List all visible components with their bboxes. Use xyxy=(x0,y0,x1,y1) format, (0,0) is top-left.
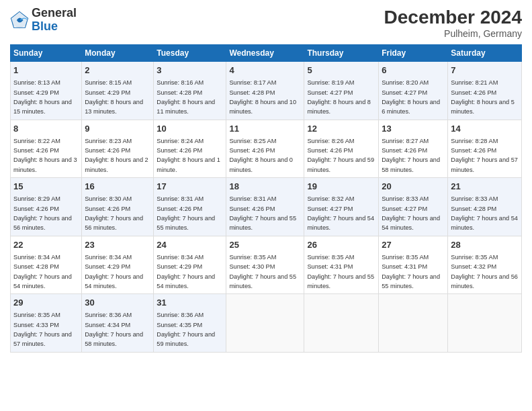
day-info: Sunrise: 8:33 AMSunset: 4:28 PMDaylight:… xyxy=(451,195,518,231)
table-row: 6Sunrise: 8:20 AMSunset: 4:27 PMDaylight… xyxy=(379,62,448,120)
header-tuesday: Tuesday xyxy=(154,45,226,62)
table-row: 11Sunrise: 8:25 AMSunset: 4:26 PMDayligh… xyxy=(226,120,304,178)
day-number: 26 xyxy=(307,239,375,251)
day-number: 7 xyxy=(451,64,519,77)
day-number: 17 xyxy=(157,181,223,193)
day-info: Sunrise: 8:24 AMSunset: 4:26 PMDaylight:… xyxy=(157,138,220,173)
day-info: Sunrise: 8:22 AMSunset: 4:26 PMDaylight:… xyxy=(13,138,77,173)
day-number: 18 xyxy=(229,181,301,193)
title-block: December 2024 Pulheim, Germany xyxy=(384,7,522,39)
day-number: 23 xyxy=(85,239,150,251)
table-row xyxy=(448,294,522,353)
day-number: 14 xyxy=(451,123,519,135)
day-info: Sunrise: 8:17 AMSunset: 4:28 PMDaylight:… xyxy=(229,79,296,115)
month-title: December 2024 xyxy=(384,7,522,28)
logo-text: General Blue xyxy=(32,7,77,34)
day-number: 6 xyxy=(382,64,445,77)
day-number: 5 xyxy=(307,64,375,77)
table-row: 31Sunrise: 8:36 AMSunset: 4:35 PMDayligh… xyxy=(154,294,226,353)
table-row: 21Sunrise: 8:33 AMSunset: 4:28 PMDayligh… xyxy=(448,178,522,236)
table-row: 9Sunrise: 8:23 AMSunset: 4:26 PMDaylight… xyxy=(82,120,154,178)
day-info: Sunrise: 8:35 AMSunset: 4:33 PMDaylight:… xyxy=(13,312,72,347)
day-number: 24 xyxy=(157,239,223,251)
calendar-week-row: 22Sunrise: 8:34 AMSunset: 4:28 PMDayligh… xyxy=(11,236,522,294)
day-number: 13 xyxy=(382,123,445,135)
day-number: 11 xyxy=(229,123,301,135)
calendar-header-row: Sunday Monday Tuesday Wednesday Thursday… xyxy=(11,45,522,62)
table-row: 13Sunrise: 8:27 AMSunset: 4:26 PMDayligh… xyxy=(379,120,448,178)
page-container: General Blue December 2024 Pulheim, Germ… xyxy=(0,0,532,356)
day-info: Sunrise: 8:29 AMSunset: 4:26 PMDaylight:… xyxy=(13,195,72,231)
table-row: 14Sunrise: 8:28 AMSunset: 4:26 PMDayligh… xyxy=(448,120,522,178)
header-saturday: Saturday xyxy=(448,45,522,62)
table-row: 28Sunrise: 8:35 AMSunset: 4:32 PMDayligh… xyxy=(448,236,522,294)
day-number: 15 xyxy=(13,181,79,193)
table-row: 15Sunrise: 8:29 AMSunset: 4:26 PMDayligh… xyxy=(11,178,82,236)
table-row: 27Sunrise: 8:35 AMSunset: 4:31 PMDayligh… xyxy=(379,236,448,294)
day-number: 21 xyxy=(451,181,519,193)
day-number: 30 xyxy=(85,297,150,309)
day-info: Sunrise: 8:28 AMSunset: 4:26 PMDaylight:… xyxy=(451,138,518,173)
header-thursday: Thursday xyxy=(304,45,379,62)
location: Pulheim, Germany xyxy=(384,28,522,39)
table-row: 4Sunrise: 8:17 AMSunset: 4:28 PMDaylight… xyxy=(226,62,304,120)
day-info: Sunrise: 8:30 AMSunset: 4:26 PMDaylight:… xyxy=(85,195,143,231)
day-info: Sunrise: 8:21 AMSunset: 4:26 PMDaylight:… xyxy=(451,79,515,115)
day-info: Sunrise: 8:34 AMSunset: 4:29 PMDaylight:… xyxy=(157,254,215,289)
day-number: 9 xyxy=(85,123,150,135)
logo-icon xyxy=(10,11,29,30)
table-row: 3Sunrise: 8:16 AMSunset: 4:28 PMDaylight… xyxy=(154,62,226,120)
day-info: Sunrise: 8:35 AMSunset: 4:31 PMDaylight:… xyxy=(307,254,374,289)
table-row: 22Sunrise: 8:34 AMSunset: 4:28 PMDayligh… xyxy=(11,236,82,294)
logo: General Blue xyxy=(10,7,77,34)
day-info: Sunrise: 8:27 AMSunset: 4:26 PMDaylight:… xyxy=(382,138,440,173)
day-number: 16 xyxy=(85,181,150,193)
day-number: 2 xyxy=(85,64,150,77)
day-info: Sunrise: 8:15 AMSunset: 4:29 PMDaylight:… xyxy=(85,79,143,115)
day-info: Sunrise: 8:19 AMSunset: 4:27 PMDaylight:… xyxy=(307,79,371,115)
table-row: 29Sunrise: 8:35 AMSunset: 4:33 PMDayligh… xyxy=(11,294,82,353)
table-row: 26Sunrise: 8:35 AMSunset: 4:31 PMDayligh… xyxy=(304,236,379,294)
header-sunday: Sunday xyxy=(11,45,82,62)
header-wednesday: Wednesday xyxy=(226,45,304,62)
table-row: 16Sunrise: 8:30 AMSunset: 4:26 PMDayligh… xyxy=(82,178,154,236)
table-row: 5Sunrise: 8:19 AMSunset: 4:27 PMDaylight… xyxy=(304,62,379,120)
table-row: 12Sunrise: 8:26 AMSunset: 4:26 PMDayligh… xyxy=(304,120,379,178)
day-info: Sunrise: 8:35 AMSunset: 4:31 PMDaylight:… xyxy=(382,254,440,289)
day-number: 8 xyxy=(13,123,79,135)
day-number: 25 xyxy=(229,239,301,251)
table-row: 17Sunrise: 8:31 AMSunset: 4:26 PMDayligh… xyxy=(154,178,226,236)
table-row: 8Sunrise: 8:22 AMSunset: 4:26 PMDaylight… xyxy=(11,120,82,178)
calendar-table: Sunday Monday Tuesday Wednesday Thursday… xyxy=(10,44,522,353)
day-info: Sunrise: 8:20 AMSunset: 4:27 PMDaylight:… xyxy=(382,79,440,115)
day-info: Sunrise: 8:32 AMSunset: 4:27 PMDaylight:… xyxy=(307,195,374,231)
day-number: 1 xyxy=(13,64,79,77)
day-number: 19 xyxy=(307,181,375,193)
day-info: Sunrise: 8:36 AMSunset: 4:35 PMDaylight:… xyxy=(157,312,215,347)
table-row xyxy=(304,294,379,353)
day-info: Sunrise: 8:35 AMSunset: 4:32 PMDaylight:… xyxy=(451,254,518,289)
day-info: Sunrise: 8:26 AMSunset: 4:26 PMDaylight:… xyxy=(307,138,374,173)
day-info: Sunrise: 8:36 AMSunset: 4:34 PMDaylight:… xyxy=(85,312,143,347)
calendar-week-row: 1Sunrise: 8:13 AMSunset: 4:29 PMDaylight… xyxy=(11,62,522,120)
day-number: 28 xyxy=(451,239,519,251)
day-number: 20 xyxy=(382,181,445,193)
table-row: 19Sunrise: 8:32 AMSunset: 4:27 PMDayligh… xyxy=(304,178,379,236)
table-row: 24Sunrise: 8:34 AMSunset: 4:29 PMDayligh… xyxy=(154,236,226,294)
page-header: General Blue December 2024 Pulheim, Germ… xyxy=(10,7,522,39)
day-number: 31 xyxy=(157,297,223,309)
day-info: Sunrise: 8:23 AMSunset: 4:26 PMDaylight:… xyxy=(85,138,148,173)
day-number: 29 xyxy=(13,297,79,309)
calendar-week-row: 8Sunrise: 8:22 AMSunset: 4:26 PMDaylight… xyxy=(11,120,522,178)
day-number: 12 xyxy=(307,123,375,135)
table-row: 30Sunrise: 8:36 AMSunset: 4:34 PMDayligh… xyxy=(82,294,154,353)
day-info: Sunrise: 8:35 AMSunset: 4:30 PMDaylight:… xyxy=(229,254,296,289)
table-row: 7Sunrise: 8:21 AMSunset: 4:26 PMDaylight… xyxy=(448,62,522,120)
day-info: Sunrise: 8:34 AMSunset: 4:28 PMDaylight:… xyxy=(13,254,72,289)
day-number: 4 xyxy=(229,64,301,77)
header-monday: Monday xyxy=(82,45,154,62)
day-info: Sunrise: 8:31 AMSunset: 4:26 PMDaylight:… xyxy=(229,195,296,231)
header-friday: Friday xyxy=(379,45,448,62)
day-info: Sunrise: 8:31 AMSunset: 4:26 PMDaylight:… xyxy=(157,195,215,231)
calendar-week-row: 29Sunrise: 8:35 AMSunset: 4:33 PMDayligh… xyxy=(11,294,522,353)
